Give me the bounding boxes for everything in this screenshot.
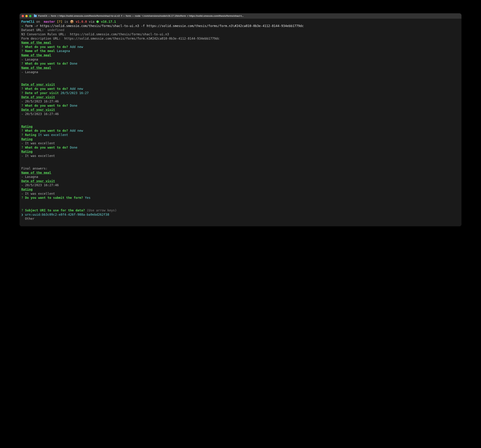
command-text: form -r https://solid.smessie.com/thesis… (25, 24, 304, 28)
dataset-value: undefined (48, 28, 64, 32)
form-url: https://solid.smessie.com/thesis/forms/f… (64, 37, 219, 40)
date-heading-2: Date of your visit (21, 95, 460, 99)
node-version: v16.17.1 (101, 20, 116, 23)
submit-question: ? Do you want to submit the form? Yes (21, 196, 460, 200)
command-line: → form -r https://solid.smessie.com/thes… (21, 24, 460, 28)
date-q1: ? What do you want to do? Add new (21, 87, 460, 91)
folder-icon (34, 15, 37, 17)
rating-heading-3: Rating (21, 150, 460, 154)
meal-heading-3: Name of the meal (21, 66, 460, 70)
close-icon[interactable] (22, 15, 24, 17)
package-icon: 📦 (70, 20, 76, 23)
rating-q2: ? Rating It was excellent (21, 133, 460, 137)
rating-q1: ? What do you want to do? Add new (21, 129, 460, 133)
terminal-window: FormCli — form -r https://solid.smessie.… (20, 13, 461, 226)
date-q2: ? Date of your visit 20/5/2023 16:27 (21, 91, 460, 95)
final-meal-heading: Name of the meal (21, 171, 460, 175)
app-name: FormCli (21, 20, 34, 23)
meal-item-2: - Lasagna (21, 70, 460, 74)
date-q3: ? What do you want to do? Done (21, 104, 460, 108)
question-icon: ? (21, 104, 25, 107)
question-icon: ? (21, 129, 25, 132)
rules-url: https://solid.smessie.com/thesis/forms/s… (70, 32, 169, 36)
final-meal-item: - Lasagna (21, 175, 460, 179)
final-date-heading: Date of your visit (21, 179, 460, 183)
final-rating-heading: Rating (21, 187, 460, 192)
package-version: v1.0.0 (76, 20, 87, 23)
rating-heading-2: Rating (21, 137, 460, 142)
final-heading: Final answers: (21, 166, 460, 171)
rating-item: - It was excellent (21, 141, 460, 146)
git-status: [?] (55, 20, 62, 23)
subject-option-selected[interactable]: ❯ urn:uuid:bb3c09c2-e8f4-426f-988a-ba9eb… (21, 213, 460, 217)
prompt-arrow-icon: → (21, 24, 25, 28)
dataset-line: Dataset URL: undefined (21, 28, 460, 32)
subject-prompt: ? Subject URI to use for the data? (Use … (21, 208, 460, 213)
date-heading-3: Date of your visit (21, 108, 460, 112)
final-rating-item: - It was excellent (21, 192, 460, 196)
date-item-2: - 20/5/2023 16:27:46 (21, 112, 460, 116)
form-desc-line: Form description URL: https://solid.smes… (21, 37, 460, 41)
window-title: FormCli — form -r https://solid.smessie.… (38, 14, 459, 18)
rating-heading: Rating (21, 125, 460, 129)
meal-heading: Name of the meal (21, 41, 460, 45)
shell-prompt: FormCli on master [?] is 📦 v1.0.0 via ⬢ … (21, 20, 460, 24)
question-icon: ? (21, 62, 25, 65)
traffic-lights (22, 15, 31, 17)
meal-q3: ? What do you want to do? Done (21, 62, 460, 66)
subject-option-other[interactable]: Other (21, 217, 460, 221)
rating-item-2: - It was excellent (21, 154, 460, 158)
date-item: - 20/5/2023 16:27:46 (21, 99, 460, 104)
meal-q2: ? Name of the meal Lasagna (21, 49, 460, 53)
final-date-item: - 20/5/2023 16:27:46 (21, 183, 460, 187)
question-icon: ? (21, 45, 25, 49)
question-icon: ? (21, 87, 25, 90)
minimize-icon[interactable] (25, 15, 28, 17)
maximize-icon[interactable] (29, 15, 31, 17)
branch-name: master (42, 20, 55, 23)
date-heading: Date of your visit (21, 82, 460, 87)
meal-heading-2: Name of the meal (21, 53, 460, 58)
title-bar: FormCli — form -r https://solid.smessie.… (20, 13, 461, 19)
node-icon: ⬢ (96, 20, 101, 23)
terminal-body[interactable]: FormCli on master [?] is 📦 v1.0.0 via ⬢ … (20, 19, 461, 226)
meal-q1: ? What do you want to do? Add new (21, 45, 460, 49)
question-icon: ? (21, 133, 25, 137)
question-icon: ? (21, 91, 25, 95)
meal-item: - Lasagna (21, 58, 460, 62)
question-icon: ? (21, 49, 25, 53)
rating-q3: ? What do you want to do? Done (21, 146, 460, 150)
question-icon: ? (21, 209, 25, 212)
question-icon: ? (21, 196, 25, 200)
pointer-icon: ❯ (21, 213, 25, 216)
rules-line: N3 Conversion Rules URL: https://solid.s… (21, 32, 460, 37)
question-icon: ? (21, 146, 25, 149)
